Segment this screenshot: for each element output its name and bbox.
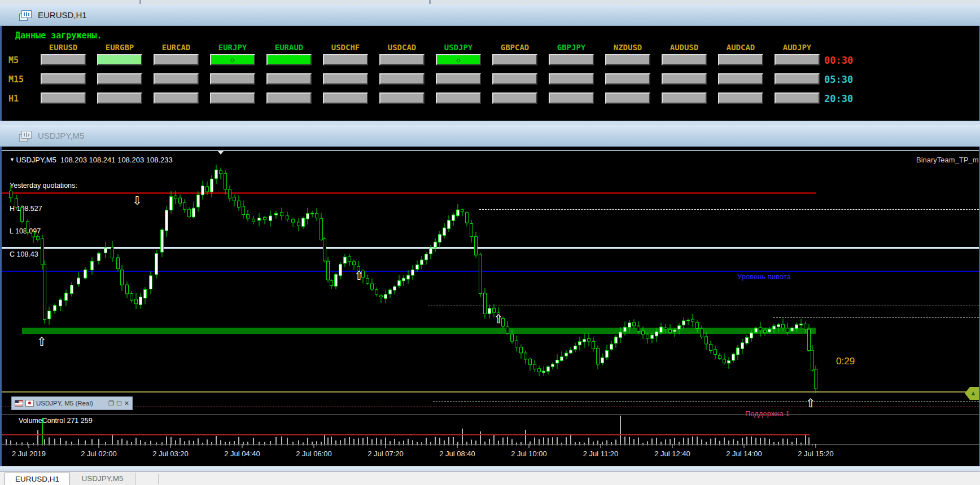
time-axis-label: 2 Jul 2019 [12, 449, 46, 458]
usdjpy-m5-chart[interactable]: ▼ USDJPY,M5 108.203 108.241 108.203 108.… [0, 147, 980, 466]
window1-titlebar[interactable]: M EURUSD,H1 [0, 5, 980, 26]
window2-titlebar[interactable]: M USDJPY,M5 [0, 125, 980, 147]
tab-usdjpy-m5[interactable]: USDJPY,M5 [70, 473, 135, 485]
pair-header-audusd: AUDUSD [662, 43, 707, 52]
restore-icon[interactable]: ❐ [108, 400, 114, 407]
candlestick-plot [2, 151, 980, 411]
signal-cell-eurusd-h1[interactable] [41, 92, 86, 104]
signal-cell-gbpjpy-h1[interactable] [549, 92, 594, 104]
signal-cell-audusd-m15[interactable] [662, 73, 707, 85]
countdown-timer-h1: 20:30 [824, 93, 853, 104]
tabbar-divider [158, 474, 159, 484]
signal-cell-audjpy-h1[interactable] [775, 92, 820, 104]
toolbar-remnant-tick [139, 0, 141, 4]
status-message: Данные загружены. [15, 30, 102, 41]
pane-separator[interactable] [2, 414, 980, 415]
signal-cell-euraud-m15[interactable] [266, 73, 312, 85]
maximize-icon[interactable]: ☐ [116, 400, 122, 407]
time-axis-label: 2 Jul 11:20 [583, 449, 619, 458]
signal-cell-nzdusd-m15[interactable] [605, 73, 650, 85]
window-usdjpy-m5: M USDJPY,M5 [0, 125, 980, 147]
signal-cell-gbpcad-h1[interactable] [492, 92, 537, 104]
signal-cell-nzdusd-h1[interactable] [605, 92, 650, 104]
signal-arrow-up: ⇧ [492, 312, 505, 326]
time-axis-label: 2 Jul 08:40 [439, 449, 475, 458]
signal-cell-gbpcad-m5[interactable] [492, 54, 537, 65]
pair-header-eurusd: EURUSD [41, 43, 86, 52]
tab-eurusd-h1[interactable]: EURUSD,H1 [5, 473, 70, 485]
signal-cell-audusd-m5[interactable] [662, 54, 707, 65]
signal-cell-audcad-m5[interactable] [718, 54, 763, 65]
toolbar-remnant-tick [429, 0, 431, 4]
pair-header-audcad: AUDCAD [718, 43, 763, 52]
signal-cell-usdchf-m5[interactable] [323, 54, 368, 65]
signal-matrix-panel: Данные загружены. EURUSDEURGBPEURCADEURJ… [0, 26, 980, 121]
signal-cell-eurjpy-h1[interactable] [210, 92, 255, 104]
window2-title: USDJPY,M5 [38, 131, 84, 140]
mini-titlebar-label: USDJPY, M5 (Real) [36, 400, 106, 407]
time-axis-label: 2 Jul 02:00 [81, 449, 117, 458]
signal-cell-eurusd-m15[interactable] [41, 73, 86, 85]
time-axis-label: 2 Jul 10:00 [511, 449, 547, 458]
signal-cell-eurcad-m5[interactable] [154, 54, 199, 65]
signal-cell-usdcad-m5[interactable] [379, 54, 425, 65]
pair-header-eurjpy: EURJPY [210, 43, 255, 52]
signal-cell-eurgbp-m15[interactable] [97, 73, 142, 85]
signal-cell-usdcad-h1[interactable] [379, 92, 425, 104]
signal-cell-eurjpy-m15[interactable] [210, 73, 255, 85]
pair-header-gbpjpy: GBPJPY [549, 43, 594, 52]
signal-arrow-up: ⇧ [36, 335, 48, 349]
window-eurusd-h1: M EURUSD,H1 Данные загружены. EURUSDEURG… [0, 5, 980, 121]
pair-header-eurcad: EURCAD [154, 43, 199, 52]
signal-cell-eurusd-m5[interactable] [41, 54, 86, 65]
signal-cell-eurjpy-m5[interactable]: ☼ [210, 54, 255, 65]
signal-cell-audcad-h1[interactable] [718, 92, 763, 104]
signal-cell-gbpjpy-m5[interactable] [549, 54, 594, 65]
signal-cell-usdjpy-m15[interactable] [436, 73, 481, 85]
signal-cell-eurcad-h1[interactable] [154, 92, 199, 104]
pivot-level-label: Уровень пивота [737, 272, 791, 281]
indicator-mini-titlebar[interactable]: USDJPY, M5 (Real) ❐ ☐ ✕ [11, 396, 133, 410]
signal-arrow-up: ⇧ [353, 269, 365, 283]
signal-cell-usdcad-m15[interactable] [379, 73, 425, 85]
signal-cell-usdchf-h1[interactable] [323, 92, 368, 104]
pair-header-usdjpy: USDJPY [436, 43, 481, 52]
signal-cell-eurcad-m15[interactable] [154, 73, 199, 85]
signal-cell-nzdusd-m5[interactable] [605, 54, 650, 65]
time-axis-label: 2 Jul 12:40 [654, 449, 690, 458]
timeframe-row-label-h1: H1 [8, 94, 19, 104]
jp-flag-icon [25, 400, 34, 407]
signal-cell-audjpy-m5[interactable] [775, 54, 820, 65]
pair-header-usdcad: USDCAD [379, 43, 425, 52]
chart-window-icon: M [19, 10, 32, 20]
pair-header-euraud: EURAUD [266, 43, 312, 52]
signal-cell-gbpcad-m15[interactable] [492, 73, 537, 85]
time-axis-label: 2 Jul 03:20 [152, 449, 189, 458]
pair-header-nzdusd: NZDUSD [605, 43, 650, 52]
chart-tabbar: EURUSD,H1 USDJPY,M5 [0, 471, 980, 485]
timeframe-row-label-m5: M5 [8, 55, 19, 65]
signal-cell-audusd-h1[interactable] [662, 92, 707, 104]
signal-cell-gbpjpy-m15[interactable] [549, 73, 594, 85]
time-axis-label: 2 Jul 15:20 [798, 449, 834, 458]
signal-cell-eurgbp-m5[interactable] [97, 54, 142, 65]
pair-header-gbpcad: GBPCAD [492, 43, 537, 52]
time-axis-label: 2 Jul 14:00 [726, 449, 762, 458]
signal-cell-eurgbp-h1[interactable] [97, 92, 142, 104]
time-axis-label: 2 Jul 07:20 [368, 449, 404, 458]
signal-cell-euraud-h1[interactable] [266, 92, 312, 104]
signal-cell-audjpy-m15[interactable] [775, 73, 820, 85]
signal-cell-euraud-m5[interactable] [266, 54, 312, 65]
signal-cell-audcad-m15[interactable] [718, 73, 763, 85]
signal-arrow-up: ⇧ [804, 396, 817, 410]
countdown-timer-m5: 00:30 [824, 55, 853, 66]
pair-header-eurgbp: EURGBP [97, 43, 142, 52]
signal-cell-usdjpy-h1[interactable] [436, 92, 481, 104]
timeframe-row-label-m15: M15 [8, 74, 24, 85]
expiry-timer-label: 0:29 [836, 356, 855, 367]
signal-cell-usdjpy-m5[interactable]: ☼ [436, 54, 481, 65]
signal-cell-usdchf-m15[interactable] [323, 73, 368, 85]
chart-shift-marker-icon[interactable] [218, 151, 224, 155]
close-icon[interactable]: ✕ [124, 400, 129, 407]
time-axis-label: 2 Jul 04:40 [224, 449, 260, 458]
